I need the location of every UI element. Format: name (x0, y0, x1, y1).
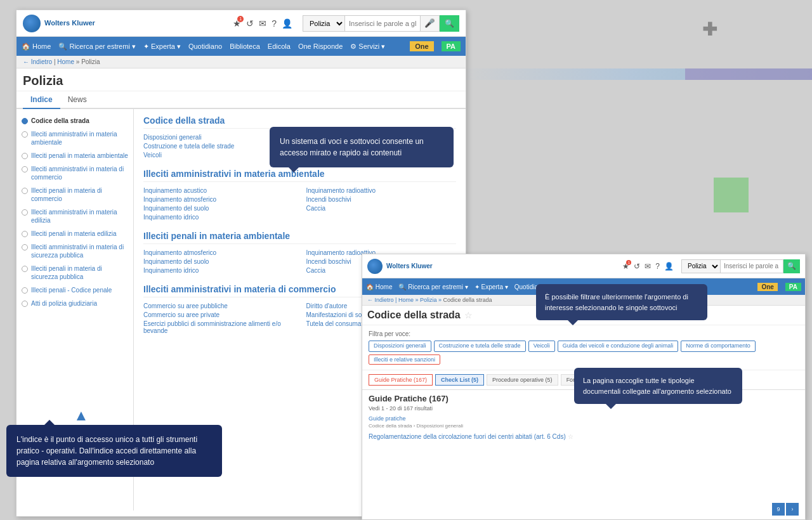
filter-tags: Disposizioni generali Costruzione e tute… (369, 341, 799, 365)
bookmark-icon[interactable]: ★ 1 (233, 18, 241, 29)
help-icon[interactable]: ? (272, 18, 277, 29)
sidebar-label-3: Illeciti amministrativi in materia di co… (31, 165, 128, 181)
nav-quotidiano[interactable]: Quotidiano (188, 42, 222, 50)
content-tab-procedure[interactable]: Procedure operative (5) (487, 374, 558, 386)
sec-star-icon[interactable]: ☆ (464, 310, 473, 320)
sec-user-icon[interactable]: 👤 (664, 262, 674, 271)
result-breadcrumb: Codice della strada › Disposizioni gener… (369, 423, 799, 429)
sidebar-item-4[interactable]: Illeciti penali in materia di commercio (16, 184, 133, 205)
arrow-deco: ▲ (74, 406, 89, 424)
page-title-bar: Polizia (16, 68, 466, 91)
search-select[interactable]: Polizia (303, 15, 344, 32)
breadcrumb-home[interactable]: Home (57, 58, 74, 65)
link-comm-aree-pub[interactable]: Commercio su aree pubbliche (143, 302, 294, 309)
page-next[interactable]: › (786, 503, 799, 516)
filter-tag-veicoli[interactable]: Veicoli (528, 341, 555, 352)
tabs-bar: Indice News (16, 91, 466, 109)
tab-news[interactable]: News (60, 91, 95, 109)
link-inq-suolo[interactable]: Inquinamento del suolo (143, 205, 294, 212)
callout-3: È possibile filtrare ulteriormente l'arg… (536, 284, 707, 320)
nav-icons: ★ 1 ↺ ✉ ? 👤 Polizia 🎤 🔍 (233, 15, 459, 32)
nav-servizi[interactable]: ⚙ Servizi ▾ (350, 42, 385, 51)
nav-home[interactable]: 🏠 Home (22, 42, 51, 51)
user-icon[interactable]: 👤 (282, 18, 292, 29)
breadcrumb: ← Indietro | Home » Polizia (16, 56, 466, 68)
sidebar-item-6[interactable]: Illeciti penali in materia edilizia (16, 227, 133, 240)
sidebar-item-1[interactable]: Illeciti amministrativi in materia ambie… (16, 127, 133, 149)
sec-bookmark-icon[interactable]: ★1 (622, 262, 629, 271)
content-tab-guide[interactable]: Guide Pratiche (167) (369, 374, 433, 386)
search-input[interactable] (344, 15, 421, 32)
pa-badge[interactable]: PA (442, 41, 461, 51)
sec-breadcrumb-back[interactable]: ← Indietro (367, 297, 394, 303)
nav-edicola[interactable]: Edicola (268, 42, 291, 50)
sec-nav-experta[interactable]: ✦ Experta ▾ (475, 283, 508, 290)
callout-1-text: Un sistema di voci e sottovoci consente … (280, 137, 424, 157)
sec-nav-home[interactable]: 🏠 Home (366, 283, 392, 290)
sidebar-item-7[interactable]: Illeciti amministrativi in materia di si… (16, 240, 133, 262)
sec-mail-icon[interactable]: ✉ (645, 262, 651, 271)
filter-tag-illeciti[interactable]: Illeciti e relative sanzioni (369, 354, 440, 365)
link-inq-radioattivo[interactable]: Inquinamento radioattivo (306, 187, 457, 194)
sec-nav-ricerca[interactable]: 🔍 Ricerca per estremi ▾ (398, 283, 468, 290)
link-inq-acustico[interactable]: Inquinamento acustico (143, 187, 294, 194)
filter-tag-costruzione[interactable]: Costruzione e tutela delle strade (434, 341, 526, 352)
filter-tag-guida[interactable]: Guida dei veicoli e conduzione degli ani… (558, 341, 679, 352)
link-pen-suolo[interactable]: Inquinamento del suolo (143, 258, 294, 265)
mic-button[interactable]: 🎤 (421, 15, 440, 32)
link-inq-idrico[interactable]: Inquinamento idrico (143, 214, 294, 221)
nav-one-risponde[interactable]: One Risponde (298, 42, 343, 50)
link-comm-aree-priv[interactable]: Commercio su aree private (143, 311, 294, 318)
plus-icon-deco: ✚ (702, 19, 717, 40)
sec-breadcrumb-home[interactable]: Home (398, 297, 414, 303)
link-pen-atmosferico[interactable]: Inquinamento atmosferico (143, 249, 294, 256)
link-pen-idrico[interactable]: Inquinamento idrico (143, 267, 294, 274)
sidebar-item-2[interactable]: Illeciti penali in materia ambientale (16, 149, 133, 162)
filter-tag-disposizioni[interactable]: Disposizioni generali (369, 341, 431, 352)
filter-tag-norme[interactable]: Norme di comportamento (681, 341, 756, 352)
tab-indice[interactable]: Indice (23, 91, 60, 109)
sidebar-dot-7 (22, 244, 28, 250)
sidebar-dot-9 (22, 287, 28, 294)
sec-logo-globe (367, 259, 383, 274)
sidebar-dot-3 (22, 166, 28, 172)
section-title-2: Illeciti penali in materia ambientale (143, 231, 456, 244)
page-prev[interactable]: 9 (772, 503, 785, 516)
sidebar-item-5[interactable]: Illeciti amministrativi in materia edili… (16, 205, 133, 227)
sidebar-item-9[interactable]: Illeciti penali - Codice penale (16, 283, 133, 297)
sec-breadcrumb-polizia[interactable]: Polizia (420, 297, 437, 303)
sidebar-dot-10 (22, 301, 28, 307)
link-caccia[interactable]: Caccia (306, 205, 457, 212)
sidebar-dot-6 (22, 231, 28, 237)
sec-pa-badge[interactable]: PA (785, 283, 801, 291)
search-button[interactable]: 🔍 (440, 15, 459, 32)
sidebar-dot-2 (22, 153, 28, 159)
nav-biblioteca[interactable]: Biblioteca (230, 42, 260, 50)
link-esercizi-pub[interactable]: Esercizi pubblici di somministrazione al… (143, 320, 294, 334)
sidebar-item-3[interactable]: Illeciti amministrativi in materia di co… (16, 162, 133, 184)
sidebar-dot-4 (22, 188, 28, 194)
sec-search-button[interactable]: 🔍 (783, 259, 800, 273)
sidebar-label-4: Illeciti penali in materia di commercio (31, 186, 128, 203)
sec-search-select[interactable]: Polizia (681, 259, 720, 273)
sec-help-icon[interactable]: ? (655, 262, 660, 271)
result-star[interactable]: ☆ (568, 433, 573, 440)
content-tab-checklist[interactable]: Check List (5) (435, 374, 484, 386)
sec-one-badge[interactable]: One (757, 283, 777, 291)
link-inq-atmosferico[interactable]: Inquinamento atmosferico (143, 196, 294, 203)
nav-ricerca[interactable]: 🔍 Ricerca per estremi ▾ (58, 42, 135, 51)
mail-icon[interactable]: ✉ (259, 18, 266, 29)
sidebar-item-8[interactable]: Illeciti penali in materia di sicurezza … (16, 262, 133, 283)
sidebar-item-0[interactable]: Codice della strada (16, 114, 133, 127)
refresh-icon[interactable]: ↺ (246, 18, 254, 29)
green-rect-deco (714, 178, 749, 212)
nav-experta[interactable]: ✦ Experta ▾ (143, 42, 181, 51)
link-incendi-boschivi[interactable]: Incendi boschivi (306, 196, 457, 203)
sec-search-input[interactable] (720, 259, 783, 273)
result-title-link[interactable]: Regolamentazione della circolazione fuor… (369, 433, 573, 440)
sec-refresh-icon[interactable]: ↺ (634, 262, 640, 271)
one-badge[interactable]: One (410, 41, 433, 51)
breadcrumb-back[interactable]: ← Indietro (23, 58, 52, 65)
sidebar-item-10[interactable]: Atti di polizia giudiziaria (16, 297, 133, 310)
sec-top-nav: Wolters Kluwer ★1 ↺ ✉ ? 👤 Polizia 🔍 (362, 254, 805, 278)
